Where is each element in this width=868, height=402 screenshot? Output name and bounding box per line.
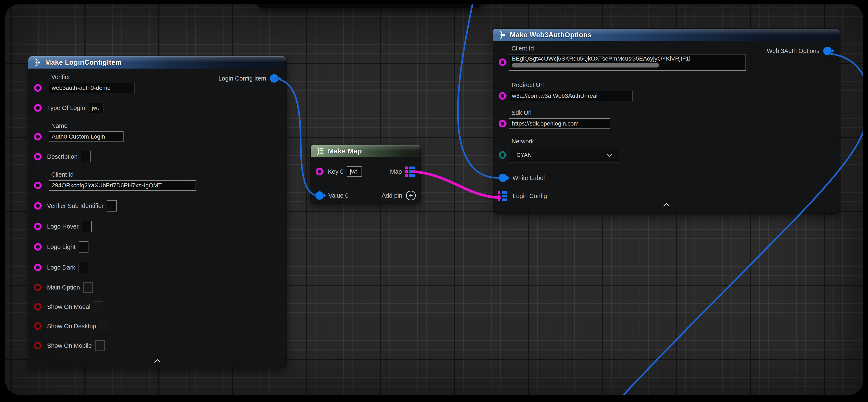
login-config-pin[interactable] bbox=[498, 191, 507, 201]
client-id-pin[interactable] bbox=[499, 58, 506, 66]
client-id-row: Client Id294QRkchfq2YaXUbPri7D6PH7xzHgQM… bbox=[28, 171, 196, 191]
main-option-pin[interactable] bbox=[34, 284, 41, 291]
show-on-modal-label: Show On Modal bbox=[47, 304, 90, 310]
client-id-label: Client Id bbox=[509, 45, 746, 52]
white-label-label: White Label bbox=[513, 174, 545, 181]
sdk-url-pin[interactable] bbox=[499, 120, 506, 127]
client-id-pin[interactable] bbox=[34, 182, 41, 189]
type-of-login-label: Type Of Login bbox=[47, 105, 85, 111]
map-output-label: Map bbox=[390, 168, 402, 175]
description-pin[interactable] bbox=[34, 153, 41, 161]
client-id-input[interactable]: 294QRkchfq2YaXUbPri7D6PH7xzHgQMT bbox=[49, 180, 196, 191]
show-on-desktop-checkbox[interactable] bbox=[100, 321, 109, 332]
chevron-up-icon bbox=[662, 202, 671, 207]
main-option-label: Main Option bbox=[47, 284, 80, 291]
show-on-mobile-label: Show On Mobile bbox=[47, 342, 92, 349]
verifier-sub-identifier-input[interactable] bbox=[107, 200, 117, 211]
show-on-modal-pin[interactable] bbox=[34, 303, 41, 311]
client-id-label: Client Id bbox=[49, 171, 196, 178]
value-0-label: Value 0 bbox=[328, 192, 348, 199]
network-pin[interactable] bbox=[499, 151, 506, 159]
redirect-url-input[interactable]: w3a://com.w3a.Web3AuthUnreal bbox=[509, 91, 633, 101]
logo-dark-pin[interactable] bbox=[34, 264, 41, 271]
node-title: Make Map bbox=[328, 147, 362, 155]
login-config-item-output-pin[interactable] bbox=[270, 74, 278, 83]
verifier-input[interactable]: web3auth-auth0-demo bbox=[49, 83, 134, 93]
logo-hover-label: Logo Hover bbox=[47, 223, 79, 230]
description-input[interactable] bbox=[81, 151, 91, 162]
network-selected: CYAN bbox=[517, 152, 532, 158]
node-header: Make Web3AuthOptions bbox=[493, 29, 840, 41]
sdk-url-input[interactable]: https://sdk.openlogin.com bbox=[509, 118, 610, 129]
add-pin-button[interactable]: Add pin+ bbox=[382, 191, 416, 200]
wire-map-to-login-config[interactable] bbox=[413, 172, 500, 198]
show-on-mobile-checkbox[interactable] bbox=[95, 340, 105, 351]
node-make-map[interactable]: Make MapKey 0jwtMapValue 0Add pin+ bbox=[311, 145, 420, 203]
network-row: NetworkCYAN bbox=[493, 137, 619, 163]
redirect-url-label: Redirect Url bbox=[509, 81, 633, 89]
login-config-item-output: Login Config Item bbox=[218, 73, 286, 84]
name-pin[interactable] bbox=[34, 133, 41, 140]
value-0-row: Value 0Add pin+ bbox=[311, 190, 420, 201]
logo-dark-input[interactable] bbox=[79, 262, 88, 273]
login-config-item-output-label: Login Config Item bbox=[218, 75, 266, 82]
node-header: Make Map bbox=[311, 145, 420, 157]
verifier-label: Verifier bbox=[49, 73, 134, 81]
show-on-desktop-row: Show On Desktop bbox=[28, 320, 109, 332]
main-option-row: Main Option bbox=[28, 282, 93, 293]
show-on-modal-row: Show On Modal bbox=[28, 301, 103, 312]
show-on-modal-checkbox[interactable] bbox=[94, 302, 103, 312]
client-id-input[interactable]: BEglQSgt4cUWcj6SKRdu5QkOXTsePmMcusG5EAoy… bbox=[509, 54, 746, 70]
offscreen-node-edge bbox=[258, 4, 480, 8]
sdk-url-row: Sdk Urlhttps://sdk.openlogin.com bbox=[493, 109, 610, 129]
show-on-mobile-pin[interactable] bbox=[34, 342, 41, 349]
type-of-login-row: Type Of Loginjwt bbox=[28, 102, 104, 114]
redirect-url-pin[interactable] bbox=[499, 92, 506, 100]
key-0-input[interactable]: jwt bbox=[347, 166, 362, 177]
name-label: Name bbox=[49, 122, 124, 130]
add-pin-label: Add pin bbox=[382, 192, 402, 199]
verifier-row: Verifierweb3auth-auth0-demo bbox=[28, 73, 134, 93]
node-make-loginconfigitem[interactable]: Make LoginConfigItemLogin Config ItemVer… bbox=[28, 56, 286, 368]
make-map-icon bbox=[315, 147, 324, 155]
value-0-pin[interactable] bbox=[315, 191, 324, 200]
client-id-scrollbar[interactable] bbox=[512, 63, 659, 67]
logo-light-input[interactable] bbox=[79, 241, 88, 253]
type-of-login-pin[interactable] bbox=[34, 104, 41, 112]
logo-hover-input[interactable] bbox=[82, 221, 92, 232]
verifier-sub-identifier-label: Verifier Sub Identifier bbox=[47, 202, 103, 209]
verifier-sub-identifier-pin[interactable] bbox=[34, 202, 41, 210]
main-option-checkbox[interactable] bbox=[83, 282, 93, 293]
node-title: Make LoginConfigItem bbox=[45, 58, 122, 66]
name-input[interactable]: Auth0 Custom Login bbox=[49, 132, 124, 142]
key-0-label: Key 0 bbox=[328, 168, 343, 175]
map-output-pin[interactable] bbox=[405, 166, 415, 177]
blueprint-graph-canvas[interactable]: Make LoginConfigItemLogin Config ItemVer… bbox=[5, 4, 863, 395]
verifier-pin[interactable] bbox=[34, 84, 41, 92]
web-3auth-options-output-label: Web 3Auth Options bbox=[767, 48, 819, 54]
key-0-row: Key 0jwtMap bbox=[311, 166, 420, 177]
logo-hover-pin[interactable] bbox=[34, 223, 41, 230]
web-3auth-options-output-pin[interactable] bbox=[823, 47, 832, 55]
redirect-url-row: Redirect Urlw3a://com.w3a.Web3AuthUnreal bbox=[493, 81, 633, 101]
description-row: Description bbox=[28, 151, 91, 162]
collapse-node-button[interactable] bbox=[493, 202, 840, 207]
node-make-web3authoptions[interactable]: Make Web3AuthOptionsWeb 3Auth OptionsCli… bbox=[493, 29, 840, 213]
web-3auth-options-output: Web 3Auth Options bbox=[767, 45, 840, 57]
collapse-node-button[interactable] bbox=[28, 359, 286, 363]
white-label-pin[interactable] bbox=[499, 174, 507, 182]
client-id-row: Client IdBEglQSgt4cUWcj6SKRdu5QkOXTsePmM… bbox=[493, 45, 746, 70]
make-struct-icon bbox=[33, 58, 42, 67]
network-label: Network bbox=[509, 137, 619, 145]
make-struct-icon bbox=[498, 30, 506, 39]
network-dropdown[interactable]: CYAN bbox=[509, 147, 619, 163]
show-on-desktop-pin[interactable] bbox=[34, 322, 41, 330]
type-of-login-input[interactable]: jwt bbox=[89, 103, 104, 113]
node-header: Make LoginConfigItem bbox=[28, 56, 286, 68]
logo-light-row: Logo Light bbox=[28, 241, 88, 253]
wire-offscreen-to-white-label[interactable] bbox=[458, 4, 499, 178]
show-on-mobile-row: Show On Mobile bbox=[28, 340, 105, 351]
chevron-down-icon bbox=[606, 153, 613, 157]
logo-light-pin[interactable] bbox=[34, 243, 41, 251]
key-0-pin[interactable] bbox=[316, 168, 323, 175]
